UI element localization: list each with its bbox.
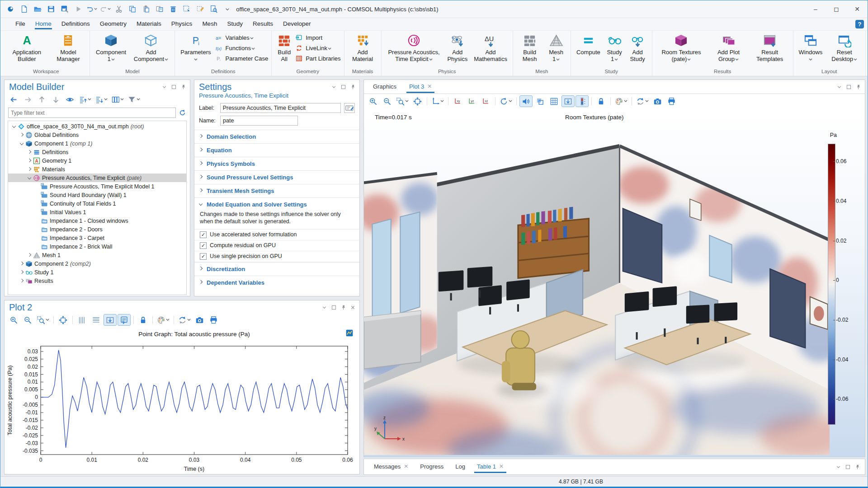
zoom-in-button[interactable] [7, 314, 20, 326]
open-button[interactable] [32, 4, 43, 14]
camera-button[interactable] [651, 95, 664, 107]
close-tab-icon[interactable]: ✕ [404, 463, 408, 469]
tree-item[interactable]: Impedance 3 - Carpet [8, 234, 186, 242]
move-up-button[interactable] [35, 94, 48, 105]
help-button[interactable]: ? [855, 20, 864, 28]
chevron-icon[interactable] [26, 149, 33, 155]
menu-results[interactable]: Results [248, 19, 278, 29]
window-float-icon[interactable] [845, 464, 851, 470]
chevron-icon[interactable] [19, 278, 25, 284]
chevron-icon[interactable] [19, 269, 25, 276]
menu-physics[interactable]: Physics [166, 19, 198, 29]
section-header[interactable]: Dependent Variables [194, 276, 359, 289]
overflow-button[interactable] [222, 4, 233, 14]
tree-item[interactable]: DInitial Values 1 [8, 208, 186, 216]
tree-item[interactable]: Impedance 2 - Doors [8, 225, 186, 234]
ribbon-import-button[interactable]: Import [295, 33, 340, 42]
ribbon-build-all-button[interactable]: Build All [275, 32, 293, 62]
ribbon-add-component-button[interactable]: Add Component [131, 32, 172, 62]
tree-item[interactable]: DContinuity of Total Fields 1 [8, 199, 186, 208]
print-button[interactable] [665, 95, 678, 107]
new-button[interactable] [19, 4, 29, 14]
window-chev-icon[interactable] [321, 305, 327, 310]
window-float-icon[interactable] [171, 84, 177, 90]
menu-mesh[interactable]: Mesh [197, 19, 222, 29]
close-tab-icon[interactable]: ✕ [427, 83, 432, 89]
colorbar-button[interactable] [576, 95, 589, 107]
run-button[interactable] [73, 4, 84, 14]
vgrid-button[interactable] [75, 314, 89, 326]
tree-item[interactable]: Mesh 1 [8, 251, 186, 259]
maximize-button[interactable]: ◻ [826, 0, 847, 18]
tree-item[interactable]: DSound Hard Boundary (Wall) 1 [8, 191, 186, 199]
chevron-icon[interactable] [19, 132, 25, 138]
zoom-out-button[interactable] [381, 95, 394, 107]
chevron-icon[interactable] [26, 252, 33, 258]
ribbon-livelink-button[interactable]: LiveLink [295, 44, 340, 52]
menu-materials[interactable]: Materials [132, 19, 166, 29]
menu-file[interactable]: File [10, 19, 30, 29]
select-button[interactable] [181, 4, 192, 14]
tree-item[interactable]: DPressure Acoustics, Time Explicit Model… [8, 182, 186, 191]
note-button[interactable] [118, 314, 131, 326]
collapse-all-button[interactable] [94, 94, 109, 105]
tab-table-1[interactable]: Table 1✕ [472, 461, 509, 473]
ribbon-component-button[interactable]: Component 1 [93, 32, 128, 62]
window-pin-icon[interactable] [340, 305, 346, 310]
ribbon-add-plot-group-button[interactable]: Add Plot Group [709, 32, 748, 62]
section-header[interactable]: Physics Symbols [194, 157, 359, 170]
label-input[interactable] [220, 103, 341, 113]
menu-study[interactable]: Study [222, 19, 248, 29]
ribbon-compute-button[interactable]: Compute [574, 32, 603, 56]
delete-button[interactable] [168, 4, 179, 14]
window-float-icon[interactable] [340, 84, 346, 90]
rename-button[interactable] [344, 103, 355, 113]
window-chev-icon[interactable] [835, 464, 841, 470]
columns-button[interactable] [110, 94, 125, 105]
undo-button[interactable] [86, 4, 97, 14]
tree-item[interactable]: Impedance 1 - Closed windows [8, 216, 186, 225]
point-graph-chart[interactable]: Point Graph: Total acoustic pressure (Pa… [5, 327, 359, 474]
refresh-button[interactable] [177, 314, 192, 326]
ribbon-mesh-button[interactable]: Mesh 1 [545, 32, 567, 62]
cut-button[interactable] [113, 4, 124, 14]
ribbon-variables-button[interactable]: a=Variables [215, 33, 269, 42]
palette-button[interactable] [156, 314, 171, 326]
nav-back-button[interactable] [7, 94, 20, 105]
chevron-icon[interactable] [26, 175, 33, 181]
duplicate-button[interactable] [154, 4, 165, 14]
ribbon-add-physics-button[interactable]: Add Physics [445, 32, 470, 62]
tab-graphics[interactable]: Graphics [368, 81, 402, 93]
expand-all-button[interactable] [77, 94, 93, 105]
view-xz-button[interactable]: xz [479, 95, 492, 107]
window-chev-icon[interactable] [161, 84, 167, 90]
chevron-icon[interactable] [26, 158, 33, 164]
menu-geometry[interactable]: Geometry [95, 19, 132, 29]
tab-plot3[interactable]: Plot 3 ✕ [404, 81, 437, 93]
clear-select-button[interactable] [195, 4, 206, 14]
hgrid-button[interactable] [90, 314, 103, 326]
ribbon-add-material-button[interactable]: Add Material [348, 32, 378, 62]
zoom-in-button[interactable] [367, 95, 380, 107]
tree-item[interactable]: Results [8, 277, 186, 285]
nav-forward-button[interactable] [21, 94, 34, 105]
name-input[interactable] [220, 116, 298, 126]
ribbon-add-mathematics-button[interactable]: ΔUAdd Mathematics [472, 32, 509, 62]
section-header[interactable]: Equation [194, 144, 359, 157]
tree-item[interactable]: Impedance 2 - Brick Wall [8, 242, 186, 251]
ribbon-build-mesh-button[interactable]: Build Mesh [516, 32, 543, 62]
palette-button[interactable] [613, 95, 629, 107]
tab-messages[interactable]: Messages✕ [368, 461, 414, 473]
tab-log[interactable]: Log [450, 461, 471, 473]
chevron-icon[interactable] [26, 166, 33, 173]
section-header[interactable]: Domain Selection [194, 130, 359, 143]
section-header[interactable]: Sound Pressure Level Settings [194, 171, 359, 184]
window-pin-icon[interactable] [854, 464, 860, 470]
move-down-button[interactable] [49, 94, 62, 105]
redo-button[interactable] [100, 4, 111, 14]
window-close-icon[interactable] [350, 305, 356, 310]
ribbon-windows-button[interactable]: Windows [797, 32, 825, 62]
filter-button[interactable] [126, 94, 142, 105]
tree-item[interactable]: Definitions [8, 148, 186, 156]
ribbon-functions-button[interactable]: f(x)Functions [215, 44, 269, 52]
